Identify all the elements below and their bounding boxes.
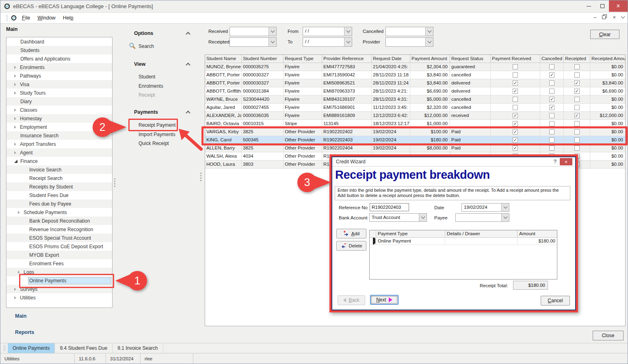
payment-received-checkbox[interactable] — [513, 105, 518, 110]
sidebar-item-esos-special-trust-account[interactable]: ESOS Special Trust Account — [6, 234, 112, 242]
cancelled-checkbox[interactable]: ✓ — [549, 97, 554, 102]
chevron-up-icon[interactable] — [186, 110, 190, 115]
splitter-grip[interactable] — [200, 173, 201, 181]
splitter-grip[interactable] — [114, 178, 115, 187]
table-row[interactable]: Aguilar, Jared0000027455FlywireEMI751686… — [205, 104, 625, 112]
maximize-button[interactable] — [596, 0, 609, 12]
reference-no-input[interactable] — [370, 203, 409, 211]
payment-received-checkbox[interactable] — [513, 64, 518, 69]
table-row[interactable]: ABBOTT, Griffith0000031384FlywireEMI8709… — [205, 87, 625, 95]
sidebar-item-utilities[interactable]: Utilities — [6, 293, 112, 302]
payee-select[interactable] — [455, 213, 509, 222]
table-row[interactable]: MUNOZ, Brynne0000035275FlywireEMI4777275… — [205, 63, 625, 71]
sidebar-item-receipts-by-student[interactable]: Receipts by Student — [6, 182, 112, 191]
grid-column-header[interactable]: Amount — [518, 230, 557, 238]
sidebar-item-myob-export[interactable]: MYOB Export — [6, 251, 112, 259]
close-window-button[interactable]: × — [609, 0, 628, 12]
grid-column-header[interactable]: Payment Type — [376, 230, 445, 238]
next-button[interactable]: Next — [370, 295, 398, 305]
sidebar-item-airport-transfers[interactable]: Airport Transfers — [6, 140, 112, 148]
column-header[interactable]: Receipted Amou — [590, 55, 625, 63]
grid-column-header[interactable]: Details / Drawer — [445, 230, 518, 238]
sidebar-item-enrolment-fees[interactable]: Enrolment Fees — [6, 259, 112, 268]
cancelled-checkbox[interactable] — [549, 80, 554, 86]
sidebar-item-study-tours[interactable]: Study Tours — [6, 89, 112, 97]
cancelled-checkbox[interactable] — [549, 145, 554, 151]
menu-help[interactable]: Help — [59, 13, 77, 22]
table-row[interactable]: WAYNE, BruceS230044420FlywireEMI84313910… — [205, 95, 625, 104]
payment-received-checkbox[interactable]: ✓ — [513, 80, 518, 86]
sidebar-item-revenue-income-recognition[interactable]: Revenue Income Recognition — [6, 225, 112, 234]
date-select[interactable]: 19/02/2024 — [461, 203, 509, 212]
bank-account-select[interactable]: Trust Account — [369, 213, 427, 222]
cancel-button[interactable]: Cancel — [541, 296, 570, 306]
from-date-select[interactable]: / / — [303, 27, 352, 36]
receipted-checkbox[interactable] — [574, 97, 580, 102]
table-row[interactable]: ALEXANDER, Jared0000036035FlywireEMI8891… — [205, 112, 625, 120]
sidebar-item-visa[interactable]: Visa — [6, 80, 112, 89]
chevron-up-icon[interactable] — [186, 32, 190, 36]
help-icon[interactable]: ? — [554, 158, 557, 165]
mdi-chevron-down-icon[interactable] — [621, 15, 625, 19]
payment-received-checkbox[interactable] — [513, 72, 518, 78]
payment-received-checkbox[interactable]: ✓ — [513, 89, 518, 94]
cancelled-checkbox[interactable] — [549, 121, 554, 126]
receipted-checkbox[interactable] — [574, 64, 580, 69]
payment-received-checkbox[interactable] — [513, 97, 518, 102]
receipted-checkbox[interactable] — [574, 145, 580, 151]
receipted-checkbox[interactable]: ✓ — [574, 113, 580, 118]
receipted-checkbox[interactable]: ✓ — [574, 80, 580, 86]
sidebar-item-classes[interactable]: Classes — [6, 106, 112, 114]
dialog-close-button[interactable]: × — [560, 158, 572, 165]
sidebar-item-invoice-search[interactable]: Invoice Search — [6, 165, 112, 174]
column-header[interactable]: Request Type — [284, 55, 322, 63]
sidebar-item-student-fees-due[interactable]: Student Fees Due — [6, 191, 112, 199]
sidebar-item-diary[interactable]: Diary — [6, 97, 112, 106]
column-header[interactable]: Student Name — [205, 55, 242, 63]
column-header[interactable]: Provider Reference — [322, 55, 372, 63]
table-row[interactable]: ALLEN, Barry3825Other ProviderR190220240… — [205, 144, 625, 152]
payment-received-checkbox[interactable]: ✓ — [513, 121, 518, 126]
column-header[interactable]: Payment Amount — [410, 55, 450, 63]
sidebar-item-enrolments[interactable]: Enrolments — [6, 63, 112, 72]
view-student-action[interactable]: Student — [139, 74, 155, 80]
receipted-checkbox[interactable] — [574, 72, 580, 78]
nav-group-reports[interactable]: Reports — [15, 329, 34, 335]
receipted-checkbox[interactable] — [574, 105, 580, 110]
nav-group-main[interactable]: Main — [15, 313, 26, 319]
received-filter-select[interactable] — [230, 27, 277, 36]
sidebar-item-receipt-search[interactable]: Receipt Search — [6, 174, 112, 182]
cancelled-checkbox[interactable] — [549, 64, 554, 69]
sidebar-item-dashboard[interactable]: Dashboard — [6, 37, 112, 46]
menu-file[interactable]: File — [18, 13, 34, 22]
tab-online-payments[interactable]: Online Payments — [8, 343, 55, 353]
table-row[interactable]: ABBOTT, Porter0000030327FlywireEMI713590… — [205, 71, 625, 79]
view-section-header[interactable]: View — [134, 61, 145, 67]
sidebar-item-pathways[interactable]: Pathways — [6, 72, 112, 80]
quick-receipt-action[interactable]: Quick Receipt — [139, 141, 169, 146]
table-row[interactable]: ABBOTT, Porter0000030327FlywireEMI508963… — [205, 79, 625, 87]
sidebar-item-esos-prisms-coe-deposit-export[interactable]: ESOS Prisms CoE Deposit Export — [6, 242, 112, 251]
column-header[interactable]: Student Number — [242, 55, 284, 63]
provider-filter-select[interactable] — [385, 37, 433, 47]
cancelled-filter-select[interactable] — [385, 27, 433, 36]
cancelled-checkbox[interactable] — [549, 113, 554, 118]
dialog-title-bar[interactable]: Credit Wizard ? × — [332, 157, 575, 167]
sidebar-item-fees-due-by-payee[interactable]: Fees due by Payee — [6, 199, 112, 208]
cancelled-checkbox[interactable]: ✓ — [549, 72, 554, 78]
sidebar-item-students[interactable]: Students — [6, 46, 112, 54]
menu-window[interactable]: Window — [34, 13, 59, 22]
mdi-minimize-icon[interactable]: – — [593, 15, 596, 20]
sidebar-item-agent[interactable]: Agent — [6, 148, 112, 157]
grid-row[interactable]: Online Payment $180.00 — [370, 238, 557, 245]
column-header[interactable]: Receipted — [564, 55, 590, 63]
column-header[interactable]: Request Date — [372, 55, 410, 63]
column-header[interactable]: Payment Received — [491, 55, 540, 63]
receipted-checkbox[interactable]: ✓ — [574, 89, 580, 94]
column-header[interactable]: Request Status — [450, 55, 491, 63]
cancelled-checkbox[interactable]: ✓ — [549, 105, 554, 110]
minimize-button[interactable] — [582, 0, 596, 12]
tab-student-fees-due[interactable]: 9.4 Student Fees Due — [55, 343, 113, 353]
tab-invoice-search[interactable]: 9.1 Invoice Search — [113, 343, 163, 353]
sidebar-item-schedule-payments[interactable]: Schedule Payments — [6, 208, 112, 217]
